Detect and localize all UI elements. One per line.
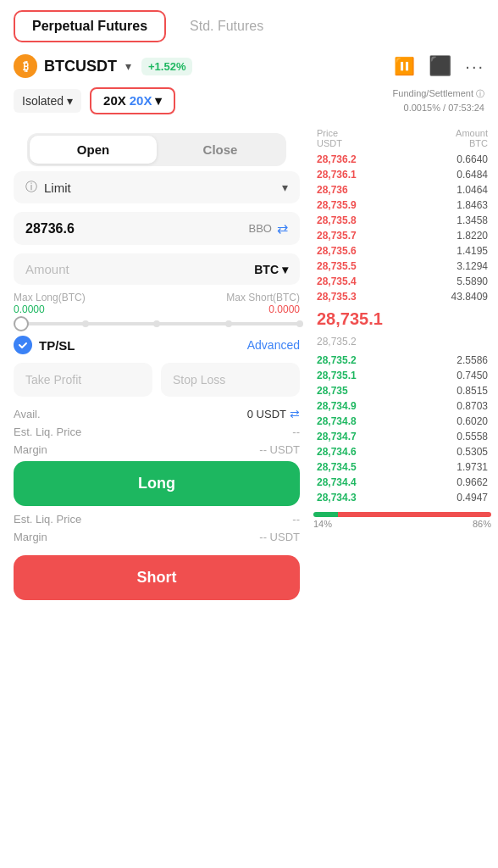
advanced-link[interactable]: Advanced: [247, 338, 300, 352]
mid-price: 28,735.1: [313, 304, 491, 334]
left-panel: Open Close ⓘ Limit ▾ 28736.6 BBO ⇄ Amoun…: [0, 121, 313, 607]
buy-price: 28,735: [317, 385, 402, 397]
avail-swap-icon[interactable]: ⇄: [290, 407, 300, 420]
candlestick-icon[interactable]: ⬛: [429, 55, 451, 77]
sell-price: 28,735.8: [317, 214, 402, 226]
sell-amount: 1.3458: [402, 214, 488, 226]
leverage-button[interactable]: 20X 20X ▾: [90, 87, 175, 114]
bbo-swap-icon[interactable]: ⇄: [277, 220, 288, 236]
buy-amount: 0.6020: [402, 415, 488, 427]
sell-order-row: 28,735.7 1.8220: [313, 228, 491, 243]
margin-mode-label: Isolated: [22, 94, 64, 108]
est-liq-row-2: Est. Liq. Price --: [14, 513, 300, 526]
tpsl-label: TP/SL: [39, 338, 75, 353]
chart-icon[interactable]: ⏸️: [394, 56, 415, 76]
sell-amount: 1.8463: [402, 199, 488, 211]
sell-order-row: 28,736.2 0.6640: [313, 152, 491, 167]
sell-order-row: 28,736 1.0464: [313, 182, 491, 198]
sell-amount: 1.0464: [402, 184, 488, 196]
slider-tick-25[interactable]: [82, 320, 89, 327]
std-futures-tab[interactable]: Std. Futures: [173, 12, 280, 41]
buy-order-row: 28,735 0.8515: [313, 383, 491, 398]
avail-row: Avail. 0 USDT ⇄: [14, 407, 300, 420]
price-change-badge: +1.52%: [141, 58, 192, 75]
open-tab[interactable]: Open: [30, 136, 157, 164]
buy-price: 28,735.1: [317, 370, 402, 381]
price-header: PriceUSDT: [317, 128, 342, 148]
funding-label: Funding/Settlement: [393, 86, 473, 101]
more-options-icon[interactable]: ···: [465, 57, 484, 76]
buy-order-row: 28,734.5 1.9731: [313, 459, 491, 475]
funding-info-icon: ⓘ: [476, 87, 484, 100]
buy-amount: 2.5586: [402, 354, 488, 366]
sell-price: 28,736.1: [317, 169, 402, 181]
sell-pct-label: 86%: [473, 519, 491, 529]
perpetual-futures-tab[interactable]: Perpetual Futures: [14, 10, 166, 42]
est-liq-label-2: Est. Liq. Price: [14, 513, 81, 526]
pair-name[interactable]: BTCUSDT: [44, 58, 117, 75]
price-input-row[interactable]: 28736.6 BBO ⇄: [14, 212, 300, 245]
slider-thumb[interactable]: [14, 316, 29, 331]
buy-amount: 0.7450: [402, 370, 488, 381]
sell-order-row: 28,735.8 1.3458: [313, 213, 491, 228]
buy-price: 28,734.7: [317, 431, 402, 442]
margin-mode-button[interactable]: Isolated ▾: [14, 89, 81, 113]
slider-tick-100[interactable]: [296, 320, 303, 327]
max-short-label: Max Short(BTC): [226, 292, 300, 303]
buy-price: 28,734.5: [317, 461, 402, 473]
buy-order-row: 28,734.8 0.6020: [313, 414, 491, 429]
buy-order-row: 28,735.1 0.7450: [313, 368, 491, 383]
tpsl-checkbox[interactable]: [14, 336, 32, 354]
leverage-left-label: 20X: [103, 93, 126, 108]
pair-dropdown-icon[interactable]: ▾: [125, 59, 131, 73]
btc-icon: ₿: [14, 54, 37, 78]
sell-price: 28,735.4: [317, 275, 402, 287]
avail-label: Avail.: [14, 408, 41, 420]
sell-price: 28,736.2: [317, 153, 402, 165]
position-slider[interactable]: [14, 322, 300, 326]
sell-amount: 3.1294: [402, 260, 488, 272]
order-type-selector[interactable]: ⓘ Limit ▾: [14, 171, 300, 203]
currency-selector[interactable]: BTC ▾: [254, 263, 288, 276]
buy-amount: 0.8515: [402, 385, 488, 397]
amount-input-row[interactable]: Amount BTC ▾: [14, 253, 300, 285]
amount-header: AmountBTC: [456, 128, 488, 148]
sell-amount: 1.8220: [402, 230, 488, 242]
margin-value-2: -- USDT: [259, 531, 300, 543]
bbo-label: BBO: [249, 222, 272, 235]
slider-track: [14, 322, 300, 326]
sell-order-row: 28,735.6 1.4195: [313, 243, 491, 259]
buy-amount: 0.4947: [402, 492, 488, 504]
mid-price-sub: 28,735.2: [313, 334, 491, 353]
stop-loss-input[interactable]: Stop Loss: [161, 363, 300, 397]
max-amounts-row: Max Long(BTC) 0.0000 Max Short(BTC) 0.00…: [14, 292, 300, 315]
sell-order-row: 28,735.3 43.8409: [313, 289, 491, 304]
amount-placeholder: Amount: [25, 262, 254, 276]
sell-amount: 1.4195: [402, 245, 488, 257]
volume-progress-bar: [313, 512, 491, 517]
slider-tick-75[interactable]: [225, 320, 232, 327]
header: Perpetual Futures Std. Futures: [0, 0, 498, 49]
buy-price: 28,734.4: [317, 476, 402, 488]
short-button[interactable]: Short: [14, 555, 300, 600]
est-liq-row: Est. Liq. Price --: [14, 426, 300, 438]
slider-tick-50[interactable]: [153, 320, 160, 327]
take-profit-input[interactable]: Take Profit: [14, 363, 152, 397]
close-tab[interactable]: Close: [157, 136, 284, 164]
buy-order-row: 28,734.7 0.5558: [313, 429, 491, 444]
open-close-tabs: Open Close: [27, 133, 286, 166]
buy-orders: 28,735.2 2.5586 28,735.1 0.7450 28,735 0…: [313, 353, 491, 505]
buy-order-row: 28,734.6 0.5305: [313, 444, 491, 459]
buy-price: 28,735.2: [317, 354, 402, 366]
main-content: Open Close ⓘ Limit ▾ 28736.6 BBO ⇄ Amoun…: [0, 121, 498, 607]
buy-amount: 1.9731: [402, 461, 488, 473]
sell-price: 28,736: [317, 184, 402, 196]
sell-volume-bar: [338, 512, 491, 517]
max-short-value: 0.0000: [268, 303, 300, 315]
long-button[interactable]: Long: [14, 461, 300, 506]
buy-volume-bar: [313, 512, 338, 517]
tpsl-row: TP/SL Advanced: [14, 336, 300, 354]
price-value[interactable]: 28736.6: [25, 221, 249, 236]
avail-value: 0 USDT ⇄: [247, 407, 300, 420]
order-type-label: Limit: [44, 181, 282, 195]
